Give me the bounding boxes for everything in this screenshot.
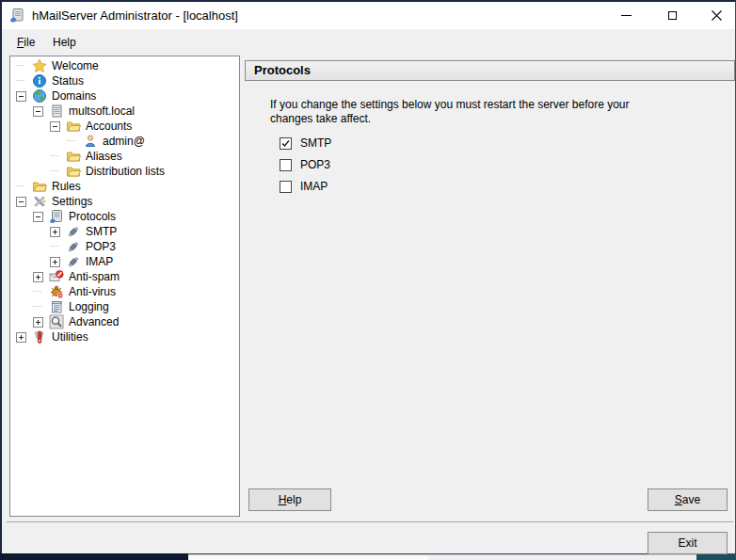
tree-item-pop3[interactable]: POP3 (10, 239, 239, 254)
tree-item-label[interactable]: Aliases (86, 149, 122, 164)
help-button[interactable]: Help (248, 488, 331, 511)
tree-connector (16, 80, 24, 82)
tree-item-label[interactable]: Rules (52, 179, 81, 194)
expand-icon[interactable] (33, 317, 43, 328)
tree-item-welcome[interactable]: Welcome (10, 58, 239, 73)
navigation-tree[interactable]: Welcome Status Domains multsoft.local (9, 56, 240, 517)
help-button-rest: elp (286, 493, 301, 506)
expand-icon[interactable] (33, 272, 43, 282)
pop3-checkbox[interactable] (280, 159, 292, 171)
exit-button[interactable]: Exit (648, 532, 728, 554)
tree-item-label[interactable]: Welcome (52, 58, 99, 73)
tree-item-settings[interactable]: Settings (10, 194, 239, 209)
tree-item-advanced[interactable]: Advanced (10, 314, 239, 329)
knife-icon (32, 329, 47, 344)
title-bar[interactable]: hMailServer Administrator - [localhost] (2, 2, 735, 29)
info-icon (32, 73, 47, 88)
close-icon (712, 10, 722, 21)
logging-icon (49, 299, 64, 314)
tree-item-label[interactable]: Anti-virus (69, 284, 116, 299)
menu-file-rest: ile (24, 36, 35, 49)
tree-item-rules[interactable]: Rules (10, 179, 239, 194)
taskbar-strip (696, 554, 736, 560)
tree-item-utilities[interactable]: Utilities (10, 329, 239, 344)
imap-checkbox[interactable] (280, 181, 292, 193)
save-button-rest: ave (682, 493, 700, 506)
expand-icon[interactable] (50, 227, 60, 237)
close-button[interactable] (696, 2, 736, 29)
tree-item-label[interactable]: POP3 (86, 239, 116, 254)
collapse-icon[interactable] (16, 197, 26, 207)
tree-item-label[interactable]: admin@ (103, 134, 145, 149)
tree-item-label[interactable]: Advanced (69, 314, 119, 329)
tree-item-label[interactable]: SMTP (86, 224, 117, 239)
user-icon (83, 134, 98, 149)
collapse-icon[interactable] (16, 91, 26, 102)
background-window-strip (188, 554, 428, 560)
folder-icon (32, 179, 47, 194)
tree-item-admin-account[interactable]: admin@ (10, 134, 239, 149)
tree-item-multsoft-local[interactable]: multsoft.local (10, 104, 239, 119)
tree-item-label[interactable]: Logging (69, 299, 109, 314)
tree-item-label[interactable]: multsoft.local (69, 104, 135, 119)
collapse-icon[interactable] (33, 106, 43, 117)
tree-item-label[interactable]: Settings (52, 194, 92, 209)
background-window-strip (428, 554, 696, 560)
tree-connector (50, 155, 58, 157)
plug-icon (66, 254, 81, 269)
restart-notice-line1: If you change the settings below you mus… (270, 98, 630, 112)
tree-item-label[interactable]: Anti-spam (69, 269, 120, 284)
tree-item-label[interactable]: Distribution lists (86, 164, 165, 179)
plug-icon (66, 224, 81, 239)
tree-item-protocols[interactable]: Protocols (10, 209, 239, 224)
tree-item-aliases[interactable]: Aliases (10, 149, 239, 164)
tree-item-label[interactable]: Accounts (86, 119, 132, 134)
tree-item-label[interactable]: Protocols (69, 209, 116, 224)
collapse-icon[interactable] (33, 212, 43, 222)
antispam-icon (49, 269, 64, 284)
save-button[interactable]: Save (648, 488, 728, 511)
menu-help-label: Help (53, 36, 76, 49)
menu-help[interactable]: Help (47, 34, 82, 51)
exit-button-label: Exit (678, 536, 696, 550)
magnifier-icon (49, 314, 64, 329)
tree-item-distribution-lists[interactable]: Distribution lists (10, 164, 239, 179)
page-title: Protocols (245, 60, 735, 81)
tools-icon (32, 194, 47, 209)
tree-item-smtp[interactable]: SMTP (10, 224, 239, 239)
maximize-button[interactable] (651, 2, 694, 29)
tree-connector (67, 140, 75, 142)
smtp-checkbox[interactable] (280, 137, 292, 150)
tree-connector (50, 170, 58, 172)
tree-item-logging[interactable]: Logging (10, 299, 239, 314)
tree-item-label[interactable]: IMAP (86, 254, 113, 269)
check-icon (280, 138, 291, 149)
imap-checkbox-label[interactable]: IMAP (300, 180, 328, 193)
expand-icon[interactable] (50, 257, 60, 267)
tree-item-accounts[interactable]: Accounts (10, 119, 239, 134)
globe-icon (32, 88, 47, 104)
expand-icon[interactable] (16, 332, 26, 343)
menu-file[interactable]: File (11, 34, 40, 51)
tree-item-status[interactable]: Status (10, 73, 239, 88)
tree-item-anti-virus[interactable]: Anti-virus (10, 284, 239, 299)
tree-item-anti-spam[interactable]: Anti-spam (10, 269, 239, 284)
antivirus-icon (49, 284, 64, 299)
tree-item-label[interactable]: Domains (52, 88, 96, 104)
collapse-icon[interactable] (50, 121, 60, 132)
minimize-icon (621, 15, 632, 16)
tree-item-label[interactable]: Utilities (52, 329, 88, 344)
tree-item-label[interactable]: Status (52, 73, 84, 88)
tree-connector (16, 185, 24, 187)
star-icon (32, 58, 47, 73)
restart-notice: If you change the settings below you mus… (270, 98, 630, 126)
minimize-button[interactable] (605, 2, 648, 29)
smtp-checkbox-row: SMTP (280, 136, 331, 150)
restart-notice-line2: changes take affect. (270, 112, 630, 126)
smtp-checkbox-label[interactable]: SMTP (300, 136, 331, 150)
pop3-checkbox-label[interactable]: POP3 (300, 158, 330, 171)
tree-item-imap[interactable]: IMAP (10, 254, 239, 269)
tree-item-domains[interactable]: Domains (10, 88, 239, 104)
tree-connector (33, 306, 41, 308)
tree-connector (16, 65, 24, 67)
